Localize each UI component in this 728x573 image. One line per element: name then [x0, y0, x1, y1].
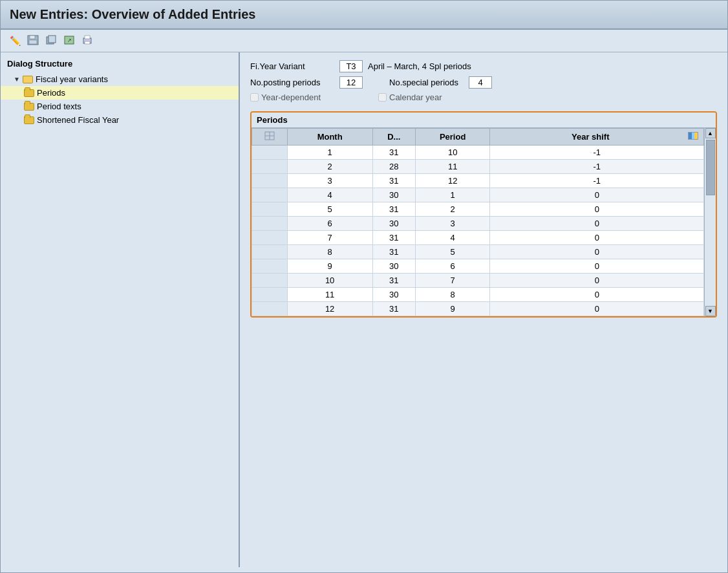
export-icon: ↗	[63, 35, 75, 47]
sidebar-item-shortened-fiscal-year[interactable]: Shortened Fiscal Year	[1, 113, 239, 127]
sidebar-item-label: Period texts	[37, 102, 81, 111]
row-selector[interactable]	[252, 146, 288, 160]
folder-open-icon	[23, 76, 33, 83]
table-row[interactable]: 63030	[252, 217, 704, 231]
page-title: New Entries: Overview of Added Entries	[10, 7, 718, 22]
cell-day: 30	[372, 217, 415, 231]
sidebar-item-label: Shortened Fiscal Year	[37, 115, 119, 125]
save-button[interactable]	[25, 34, 41, 48]
cell-period: 11	[415, 160, 490, 174]
posting-periods-label: No.posting periods	[250, 78, 334, 87]
export-button[interactable]: ↗	[61, 34, 77, 48]
calendar-year-label[interactable]: Calendar year	[378, 92, 442, 102]
cell-period: 2	[415, 202, 490, 217]
row-selector[interactable]	[252, 188, 288, 202]
table-header-row: Month D... Period Year shift	[252, 129, 704, 146]
cell-period: 5	[415, 245, 490, 259]
cell-period: 7	[415, 274, 490, 288]
row-selector[interactable]	[252, 174, 288, 188]
select-all-header[interactable]	[252, 129, 288, 146]
table-row[interactable]: 22811-1	[252, 160, 704, 174]
fi-year-label: Fi.Year Variant	[250, 61, 334, 71]
fi-year-row: Fi.Year Variant T3 April – March, 4 Spl …	[250, 60, 717, 72]
row-selector[interactable]	[252, 202, 288, 217]
cell-year-shift: 0	[490, 302, 704, 316]
folder-icon	[24, 116, 34, 124]
print-button[interactable]	[80, 34, 95, 48]
periods-table-body: 13110-122811-133112-14301053120630307314…	[252, 146, 704, 316]
scroll-down-button[interactable]: ▼	[705, 306, 716, 316]
cell-day: 31	[372, 302, 415, 316]
cell-day: 31	[372, 274, 415, 288]
folder-icon	[24, 103, 34, 111]
cell-month: 5	[287, 202, 372, 217]
tree-expand-arrow: ▼	[14, 76, 20, 83]
row-selector[interactable]	[252, 231, 288, 245]
table-row[interactable]: 53120	[252, 202, 704, 217]
cell-year-shift: -1	[490, 174, 704, 188]
cell-year-shift: 0	[490, 217, 704, 231]
cell-period: 4	[415, 231, 490, 245]
print-icon	[81, 35, 93, 47]
scroll-up-button[interactable]: ▲	[705, 128, 716, 138]
cell-day: 31	[372, 231, 415, 245]
main-window: New Entries: Overview of Added Entries ✏…	[0, 0, 728, 573]
cell-year-shift: -1	[490, 160, 704, 174]
year-dependent-label[interactable]: Year-dependent	[250, 92, 334, 102]
folder-icon	[24, 89, 34, 97]
cell-day: 30	[372, 188, 415, 202]
table-row[interactable]: 13110-1	[252, 146, 704, 160]
sidebar-item-fiscal-year-variants[interactable]: ▼ Fiscal year variants	[1, 72, 239, 86]
row-selector[interactable]	[252, 274, 288, 288]
table-row[interactable]: 123190	[252, 302, 704, 316]
period-header: Period	[415, 129, 490, 146]
cell-year-shift: 0	[490, 202, 704, 217]
cell-day: 31	[372, 174, 415, 188]
periods-table: Month D... Period Year shift	[252, 128, 704, 316]
month-header: Month	[287, 129, 372, 146]
edit-button[interactable]: ✏️	[7, 34, 23, 48]
table-with-scroll: Month D... Period Year shift	[252, 128, 716, 316]
day-header: D...	[372, 129, 415, 146]
table-row[interactable]: 83150	[252, 245, 704, 259]
svg-rect-4	[48, 36, 56, 43]
fi-year-value: T3	[339, 60, 363, 72]
periods-table-section: Periods	[250, 111, 717, 318]
table-row[interactable]: 93060	[252, 259, 704, 274]
sidebar-item-label: Fiscal year variants	[36, 74, 108, 84]
posting-periods-value: 12	[339, 76, 363, 89]
table-row[interactable]: 33112-1	[252, 174, 704, 188]
year-dependent-checkbox[interactable]	[250, 93, 259, 102]
row-selector[interactable]	[252, 259, 288, 274]
table-row[interactable]: 103170	[252, 274, 704, 288]
table-row[interactable]: 43010	[252, 188, 704, 202]
posting-periods-row: No.posting periods 12 No.special periods…	[250, 76, 717, 89]
table-row[interactable]: 113080	[252, 288, 704, 302]
cell-month: 10	[287, 274, 372, 288]
cell-month: 1	[287, 146, 372, 160]
cell-period: 1	[415, 188, 490, 202]
cell-day: 28	[372, 160, 415, 174]
title-bar: New Entries: Overview of Added Entries	[1, 1, 727, 30]
svg-text:↗: ↗	[67, 38, 72, 43]
cell-period: 6	[415, 259, 490, 274]
cell-year-shift: 0	[490, 231, 704, 245]
row-selector[interactable]	[252, 245, 288, 259]
row-selector[interactable]	[252, 217, 288, 231]
scroll-thumb[interactable]	[706, 140, 715, 195]
row-selector[interactable]	[252, 302, 288, 316]
year-shift-header[interactable]: Year shift	[490, 129, 704, 146]
scrollbar[interactable]: ▲ ▼	[704, 128, 716, 316]
calendar-year-checkbox[interactable]	[378, 93, 387, 102]
fi-year-desc: April – March, 4 Spl periods	[368, 61, 471, 71]
sidebar-item-periods[interactable]: Periods	[1, 86, 239, 100]
copy-button[interactable]	[43, 34, 59, 48]
row-selector[interactable]	[252, 288, 288, 302]
row-selector[interactable]	[252, 160, 288, 174]
table-header: Periods	[252, 113, 716, 128]
cell-day: 30	[372, 288, 415, 302]
table-row[interactable]: 73140	[252, 231, 704, 245]
sidebar-item-period-texts[interactable]: Period texts	[1, 100, 239, 113]
cell-day: 31	[372, 202, 415, 217]
cell-month: 9	[287, 259, 372, 274]
